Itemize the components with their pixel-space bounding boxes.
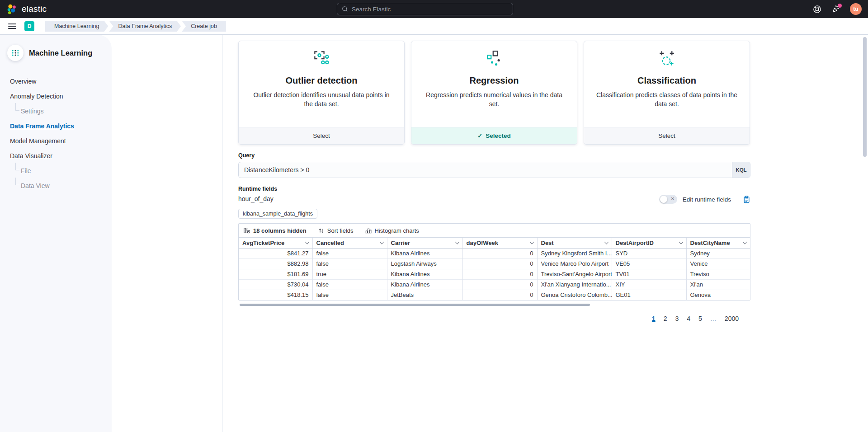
histogram-charts-button[interactable]: Histogram charts: [365, 227, 419, 234]
global-header: elastic tu: [0, 0, 868, 18]
global-search-input[interactable]: [352, 6, 508, 13]
grid-column-header[interactable]: Cancelled: [312, 238, 387, 248]
source-data-grid: 18 columns hidden Sort fields Histogram …: [238, 223, 750, 301]
columns-hidden-button[interactable]: 18 columns hidden: [244, 227, 307, 234]
breadcrumb-bar: D Machine LearningData Frame AnalyticsCr…: [0, 18, 868, 35]
regression-icon: [486, 50, 502, 68]
pagination-page[interactable]: 1: [652, 315, 656, 432]
grid-column-header[interactable]: dayOfWeek: [462, 238, 537, 248]
classification-icon: [659, 50, 675, 68]
close-icon: ×: [671, 195, 675, 202]
logo-text: elastic: [22, 4, 47, 14]
grid-column-header[interactable]: DestAirportID: [612, 238, 686, 248]
grid-body: $841.27falseKibana Airlines0Sydney Kings…: [239, 248, 750, 300]
regression-selected-button[interactable]: ✓ Selected: [411, 127, 577, 144]
vertical-scrollbar[interactable]: [863, 37, 867, 157]
copy-clipboard-icon[interactable]: [743, 196, 750, 203]
sort-fields-button[interactable]: Sort fields: [318, 227, 354, 234]
news-cheer-icon[interactable]: [831, 5, 840, 14]
content-left-gap: [112, 35, 222, 432]
sidebar-item-file[interactable]: File: [15, 166, 104, 176]
menu-hamburger-icon[interactable]: [5, 19, 20, 33]
help-icon[interactable]: [813, 5, 821, 14]
sidebar-item-data-visualizer[interactable]: Data Visualizer: [10, 151, 104, 161]
card-classification[interactable]: Classification Classification predicts c…: [584, 41, 750, 145]
query-label: Query: [238, 152, 750, 159]
grid-row[interactable]: $882.98falseLogstash Airways0Venice Marc…: [239, 258, 750, 269]
card-title: Outlier detection: [286, 75, 358, 86]
pagination-pages: 12345…2000: [652, 315, 739, 432]
card-description: Outlier detection identifies unusual dat…: [250, 90, 393, 109]
space-badge[interactable]: D: [24, 21, 34, 31]
job-type-cards: Outlier detection Outlier detection iden…: [238, 41, 750, 145]
card-regression[interactable]: Regression Regression predicts numerical…: [411, 41, 577, 145]
search-icon: [342, 6, 348, 12]
check-icon: ✓: [477, 132, 482, 139]
histogram-icon: [365, 227, 372, 234]
query-language-button[interactable]: KQL: [732, 162, 750, 178]
grid-column-header[interactable]: Dest: [537, 238, 612, 248]
breadcrumb: Machine LearningData Frame AnalyticsCrea…: [45, 21, 226, 32]
chevron-down-icon[interactable]: [379, 240, 384, 244]
runtime-fields-label: Runtime fields: [238, 186, 750, 192]
card-description: Regression predicts numerical values in …: [422, 90, 566, 109]
chevron-down-icon[interactable]: [743, 240, 747, 244]
sidebar-item-overview[interactable]: Overview: [10, 76, 104, 87]
select-outlier-button[interactable]: Select: [239, 127, 404, 144]
grid-row[interactable]: $418.15falseJetBeats0Genoa Cristoforo Co…: [239, 290, 750, 300]
user-avatar[interactable]: tu: [850, 3, 862, 15]
machine-learning-app-icon: [7, 45, 24, 61]
grid-header-row: AvgTicketPriceCancelledCarrierdayOfWeekD…: [239, 238, 750, 248]
breadcrumb-item[interactable]: Data Frame Analytics: [109, 21, 181, 32]
grid-row[interactable]: $730.04falseKibana Airlines0Xi'an Xianya…: [239, 279, 750, 290]
outlier-detection-icon: [313, 50, 330, 68]
sort-icon: [318, 228, 324, 234]
grid-column-header[interactable]: AvgTicketPrice: [239, 238, 312, 248]
pagination-page[interactable]: 5: [698, 315, 702, 432]
select-classification-button[interactable]: Select: [584, 127, 750, 144]
chevron-down-icon[interactable]: [529, 240, 534, 244]
grid-row[interactable]: $841.27falseKibana Airlines0Sydney Kings…: [239, 248, 750, 258]
pagination-page[interactable]: 2: [664, 315, 667, 432]
sidebar-title: Machine Learning: [29, 49, 92, 57]
sidebar-item-data-frame-analytics[interactable]: Data Frame Analytics: [10, 121, 104, 131]
pagination: 12345…2000: [640, 315, 750, 432]
sidebar-item-data-view[interactable]: Data View: [15, 181, 104, 191]
pagination-ellipsis: …: [710, 315, 717, 432]
query-input[interactable]: [239, 162, 732, 178]
index-pattern-badge[interactable]: kibana_sample_data_flights: [238, 209, 317, 219]
edit-runtime-label: Edit runtime fields: [683, 196, 731, 203]
pagination-page[interactable]: 3: [675, 315, 679, 432]
chevron-down-icon[interactable]: [305, 240, 309, 244]
columns-icon: [244, 227, 250, 234]
global-search[interactable]: [337, 3, 513, 15]
flights-data-table: AvgTicketPriceCancelledCarrierdayOfWeekD…: [239, 238, 750, 300]
chevron-down-icon[interactable]: [455, 240, 459, 244]
grid-column-header[interactable]: DestCityName: [686, 238, 750, 248]
grid-row[interactable]: $181.69trueKibana Airlines0Treviso-Sant'…: [239, 269, 750, 279]
card-outlier-detection[interactable]: Outlier detection Outlier detection iden…: [238, 41, 405, 145]
create-job-wizard: Outlier detection Outlier detection iden…: [222, 35, 868, 432]
elastic-logo-icon: [6, 4, 18, 15]
breadcrumb-item[interactable]: Create job: [182, 21, 226, 32]
ml-sidebar: Machine Learning OverviewAnomaly Detecti…: [0, 35, 112, 432]
grid-column-header[interactable]: Carrier: [387, 238, 462, 248]
chevron-down-icon[interactable]: [679, 240, 683, 244]
sidebar-nav: OverviewAnomaly DetectionSettingsData Fr…: [7, 76, 104, 191]
horizontal-scrollbar[interactable]: [240, 304, 590, 306]
pagination-page[interactable]: 4: [687, 315, 690, 432]
notification-dot: [838, 4, 842, 8]
card-title: Classification: [637, 75, 696, 86]
sidebar-item-settings[interactable]: Settings: [15, 106, 104, 117]
card-description: Classification predicts classes of data …: [595, 90, 739, 109]
query-bar: KQL: [238, 162, 750, 178]
chevron-down-icon[interactable]: [604, 240, 609, 244]
elastic-logo[interactable]: elastic: [6, 4, 47, 15]
sidebar-item-model-management[interactable]: Model Management: [10, 136, 104, 146]
card-title: Regression: [470, 75, 519, 86]
sidebar-item-anomaly-detection[interactable]: Anomaly Detection: [10, 91, 104, 102]
breadcrumb-item[interactable]: Machine Learning: [45, 21, 108, 32]
pagination-page[interactable]: 2000: [725, 315, 739, 432]
edit-runtime-toggle[interactable]: ×: [659, 195, 677, 204]
